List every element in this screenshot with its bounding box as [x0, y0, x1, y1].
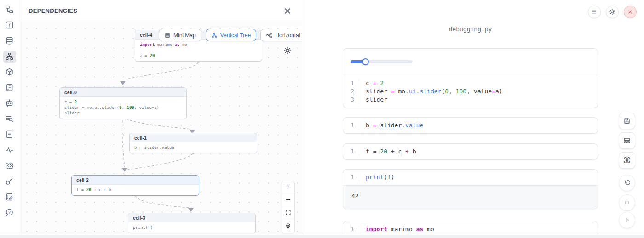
line-content: b = slider.value — [359, 121, 598, 130]
code-line: 1import marimo as mo — [343, 225, 598, 233]
code-token: 20 — [380, 148, 387, 155]
chat-bot-icon — [5, 99, 14, 109]
code-token: . — [405, 88, 409, 95]
graph-node-cell-0[interactable]: cell-0c = 2slider = mo.ui.slider(0, 100,… — [59, 87, 187, 119]
sidebar-item-database[interactable] — [3, 35, 16, 48]
code-token — [387, 148, 391, 155]
sidebar-item-activity-pulse[interactable] — [3, 144, 16, 157]
code-token: as — [175, 42, 180, 47]
close-button[interactable] — [624, 6, 637, 18]
line-number: 1 — [343, 173, 359, 181]
sidebar-item-function-square[interactable]: f — [3, 19, 16, 32]
code-token: slider — [64, 111, 80, 115]
sidebar-item-scratchpad[interactable] — [3, 191, 16, 204]
graph-node-cell-3[interactable]: cell-3print(f) — [128, 213, 256, 233]
code-token: 100 — [126, 105, 134, 110]
print-cell[interactable]: 1print(f)42 — [343, 169, 598, 209]
fit-view-button[interactable] — [282, 207, 294, 220]
notebook-panel: debugging.py 1c = 22slider = mo.ui.slide… — [302, 0, 644, 235]
code-editor[interactable]: 1f = 20 + c + b — [343, 144, 598, 159]
code-editor[interactable]: 1c = 22slider = mo.ui.slider(0, 100, val… — [343, 75, 598, 108]
locate-pin-button[interactable] — [282, 220, 294, 233]
code-editor[interactable]: 1print(f) — [343, 170, 598, 185]
graph-node-code: c = 2slider = mo.ui.slider(0, 100, value… — [60, 97, 186, 119]
zoom-out-button[interactable] — [282, 194, 294, 207]
command-key-button[interactable]: ⌘ — [619, 152, 635, 169]
code-token: a — [495, 88, 499, 95]
f-cell[interactable]: 1f = 20 + c + b — [343, 143, 598, 160]
slider-widget[interactable] — [351, 58, 413, 65]
slider-thumb[interactable] — [362, 58, 369, 65]
graph-node-title: cell-1 — [130, 133, 257, 142]
slider-cell[interactable]: 1c = 22slider = mo.ui.slider(0, 100, val… — [343, 48, 598, 108]
code-line: 1print(f) — [343, 173, 598, 181]
code-token — [369, 122, 373, 129]
line-content: slider = mo.ui.slider(0, 100, value=a) — [359, 87, 598, 96]
code-token: , value=a) — [134, 105, 159, 110]
sidebar-item-package[interactable] — [3, 66, 16, 79]
code-editor[interactable]: 1b = slider.value — [343, 118, 598, 133]
code-token: as — [416, 226, 424, 232]
dependencies-panel-main: DEPENDENCIES — [19, 0, 302, 235]
horizontal-tree-button[interactable]: Horizontal Tree — [260, 29, 302, 41]
code-token — [387, 226, 391, 232]
code-token — [387, 88, 391, 95]
line-number: 1 — [343, 225, 359, 233]
graph-code-line: b = slider.value — [134, 145, 252, 150]
zoom-in-button[interactable] — [282, 181, 294, 194]
vertical-tree-label: Vertical Tree — [220, 32, 251, 39]
sidebar-item-file-tree[interactable] — [3, 4, 16, 17]
code-token: ) — [499, 88, 503, 95]
code-token: + c + b — [92, 187, 111, 192]
code-token: c — [366, 79, 369, 86]
code-token: marimo — [391, 226, 413, 232]
sidebar-item-search-logs[interactable] — [3, 113, 16, 126]
graph-settings-icon[interactable] — [283, 46, 293, 56]
dependency-graph-icon — [5, 52, 14, 62]
graph-node-cell-2[interactable]: cell-2f = 20 + c + b — [71, 175, 199, 196]
code-line: 2slider = mo.ui.slider(0, 100, value=a) — [343, 87, 598, 96]
code-token: + — [405, 148, 409, 155]
graph-node-title: cell-0 — [60, 88, 186, 97]
graph-node-title: cell-3 — [128, 213, 255, 222]
vertical-tree-button[interactable]: Vertical Tree — [206, 29, 257, 41]
code-token: , — [448, 88, 456, 95]
graph-node-cell-1[interactable]: cell-1b = slider.value — [129, 133, 257, 153]
marimo-app: f? DEPENDENCIES — [0, 0, 644, 238]
code-line: 1c = 2 — [343, 79, 598, 87]
b-cell[interactable]: 1b = slider.value — [343, 117, 598, 134]
run-play-icon — [623, 216, 631, 224]
code-token — [423, 226, 427, 232]
close-panel-icon[interactable] — [282, 6, 293, 16]
stop-icon — [623, 198, 631, 207]
notebook-filename: debugging.py — [343, 26, 598, 33]
settings-button[interactable] — [606, 6, 619, 18]
layout-panels-button[interactable] — [619, 132, 635, 149]
code-token: = — [391, 88, 395, 95]
graph-node-code: f = 20 + c + b — [72, 185, 199, 195]
database-icon — [5, 36, 14, 47]
sidebar-item-code-snippet[interactable] — [3, 160, 16, 173]
sidebar-item-scroll[interactable] — [3, 82, 16, 95]
sidebar-item-help[interactable]: ? — [3, 207, 16, 220]
dependency-graph-canvas[interactable]: cell-4import marimo as moa = 20cell-0c =… — [19, 22, 302, 235]
code-token: 100 — [456, 88, 466, 95]
file-tree-icon — [5, 5, 14, 16]
code-token — [402, 148, 405, 155]
save-button[interactable] — [619, 113, 635, 129]
sidebar-item-document[interactable] — [3, 129, 16, 142]
minimap-button[interactable]: Mini Map — [159, 29, 201, 41]
code-line: 1b = slider.value — [343, 121, 598, 130]
undo-button[interactable] — [619, 175, 635, 191]
sidebar-item-dependency-graph[interactable] — [3, 51, 16, 63]
run-play-button — [619, 212, 635, 228]
sidebar-item-key[interactable] — [3, 176, 16, 188]
code-token: . — [402, 122, 405, 129]
menu-button[interactable] — [588, 6, 601, 18]
key-icon — [5, 177, 14, 187]
code-token: import — [366, 226, 387, 232]
help-icon: ? — [5, 208, 14, 219]
sidebar-item-chat-bot[interactable] — [3, 97, 16, 110]
line-number: 1 — [343, 121, 359, 130]
scratchpad-icon — [5, 193, 14, 203]
